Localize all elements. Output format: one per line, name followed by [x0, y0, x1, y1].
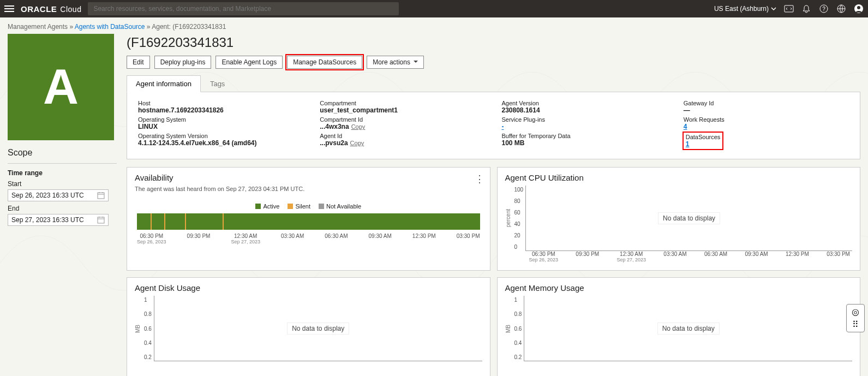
support-widget[interactable]: ◎ ⠿ — [846, 304, 865, 332]
scope-heading: Scope — [8, 148, 117, 158]
end-label: End — [8, 205, 117, 212]
brand-logo: ORACLECloud — [21, 4, 81, 14]
availability-bar-chart — [137, 213, 480, 230]
gateway-value: — — [684, 106, 849, 114]
svg-rect-6 — [98, 193, 104, 199]
start-date-input[interactable]: Sep 26, 2023 16:33 UTC — [8, 189, 109, 201]
edit-button[interactable]: Edit — [127, 56, 150, 69]
service-plugins-link[interactable]: - — [502, 123, 667, 130]
help-icon[interactable]: ? — [819, 4, 829, 14]
disk-panel: Agent Disk Usage MB 10.80.60.40.2 No dat… — [127, 277, 490, 376]
top-bar: ORACLECloud US East (Ashburn) ? — [0, 0, 868, 17]
svg-rect-10 — [98, 217, 104, 223]
compartment-value: user_test_compartment1 — [320, 106, 485, 114]
availability-panel: ⋮ Availability The agent was last heard … — [127, 167, 490, 271]
tab-tags[interactable]: Tags — [201, 75, 234, 92]
cpu-xaxis: 06:30 PMSep 26, 202309:30 PM12:30 AMSep … — [527, 251, 853, 262]
agent-id-value: ...pvsu2a — [320, 139, 348, 147]
availability-last-heard: The agent was last heard from on Sep 27,… — [135, 186, 482, 192]
memory-chart: No data to display — [524, 296, 852, 361]
agent-info-panel: Hosthostname.7.1692203341826 Operating S… — [127, 92, 860, 159]
os-version-value: 4.1.12-124.35.4.el7uek.x86_64 (amd64) — [138, 139, 303, 147]
availability-xaxis: 06:30 PMSep 26, 202309:30 PM12:30 AMSep … — [135, 233, 482, 244]
timerange-label: Time range — [8, 169, 117, 177]
panel-menu-icon[interactable]: ⋮ — [475, 173, 484, 185]
profile-icon[interactable] — [854, 4, 864, 14]
copy-compartment-id[interactable]: Copy — [351, 123, 366, 130]
life-ring-icon: ◎ — [852, 307, 859, 317]
cpu-panel: Agent CPU Utilization percent 1008060402… — [497, 167, 861, 271]
start-label: Start — [8, 180, 117, 188]
copy-agent-id[interactable]: Copy — [350, 140, 364, 146]
enable-agent-logs-button[interactable]: Enable Agent Logs — [215, 56, 283, 69]
cpu-nodata: No data to display — [658, 212, 720, 224]
grid-icon: ⠿ — [852, 319, 859, 330]
availability-legend: Active Silent Not Available — [135, 203, 482, 210]
datasources-link[interactable]: 1 — [686, 140, 721, 148]
region-selector[interactable]: US East (Ashburn) — [714, 5, 776, 13]
memory-panel: Agent Memory Usage MB 10.80.60.40.2 No d… — [497, 277, 861, 376]
page-title: (F1692203341831 — [127, 35, 860, 50]
notifications-icon[interactable] — [801, 4, 811, 14]
calendar-icon — [97, 192, 105, 199]
svg-point-5 — [857, 6, 860, 9]
work-requests-link[interactable]: 4 — [684, 123, 849, 130]
agent-version-value: 230808.1614 — [502, 106, 667, 114]
tab-agent-information[interactable]: Agent information — [127, 75, 201, 92]
more-actions-button[interactable]: More actions — [367, 56, 424, 69]
end-date-input[interactable]: Sep 27, 2023 16:33 UTC — [8, 214, 109, 226]
os-value: LINUX — [138, 123, 303, 130]
resource-avatar: A — [8, 34, 114, 140]
disk-nodata: No data to display — [287, 323, 349, 335]
deploy-plugins-button[interactable]: Deploy plug-ins — [154, 56, 212, 69]
host-value: hostname.7.1692203341826 — [138, 106, 303, 114]
calendar-icon — [97, 216, 105, 224]
breadcrumb-link[interactable]: Agents with DataSource — [75, 23, 145, 31]
breadcrumb: Management Agents » Agents with DataSour… — [8, 23, 860, 31]
manage-datasources-button[interactable]: Manage DataSources — [287, 56, 362, 69]
disk-chart: No data to display — [154, 296, 482, 361]
breadcrumb-current: Agent: (F1692203341831 — [152, 23, 226, 31]
cpu-chart: No data to display — [525, 186, 852, 251]
search-input[interactable] — [88, 2, 399, 15]
menu-icon[interactable] — [4, 4, 14, 14]
svg-text:?: ? — [822, 6, 825, 12]
globe-icon[interactable] — [836, 4, 846, 14]
compartment-id-value: ...4wx3na — [320, 123, 349, 130]
dev-tools-icon[interactable] — [784, 4, 794, 14]
breadcrumb-root: Management Agents — [8, 23, 68, 31]
memory-nodata: No data to display — [657, 323, 720, 335]
buffer-value: 100 MB — [502, 139, 667, 147]
